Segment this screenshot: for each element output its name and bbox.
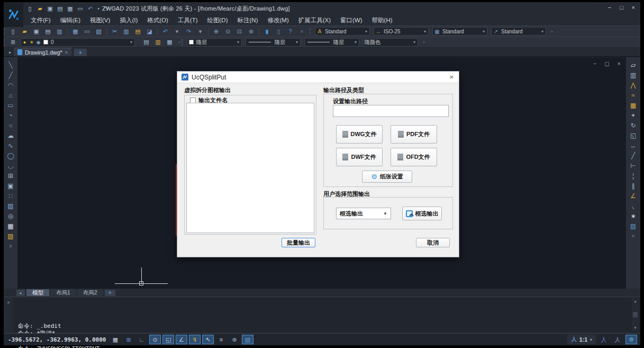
close-icon[interactable]: × [632,4,635,11]
snap-icon[interactable]: ⊞ [123,335,134,344]
scale-icon[interactable]: ◱ [629,131,638,140]
zoom-window-icon[interactable]: ⊡ [235,28,243,35]
command-scrollbar[interactable]: ▴ ▾ [632,298,639,331]
chevron-down-icon[interactable]: ▾ [294,40,300,44]
menu-item[interactable]: 编辑(E) [56,16,85,24]
menu-item[interactable]: 窗口(W) [335,16,367,24]
dwf-file-button[interactable]: DWF文件 [336,148,383,166]
output-path-input[interactable] [333,105,449,117]
extend-icon[interactable]: ⊢ [629,162,638,170]
revision-cloud-icon[interactable]: ☁ [6,131,15,140]
match-properties-icon[interactable]: ▨ [629,222,638,230]
rotate-icon[interactable]: ↻ [629,121,638,130]
toolbar-separator[interactable] [157,28,158,35]
batch-output-button[interactable]: 批量输出 [282,238,315,247]
chevron-down-icon[interactable]: ▾ [539,29,546,34]
line-icon[interactable]: ╲ [6,61,15,69]
help-icon[interactable]: ? [286,28,294,35]
break-icon[interactable]: ∥ [629,182,638,190]
workspace-icon[interactable]: ▧ [242,335,253,344]
menu-item[interactable]: 扩展工具(X) [294,16,335,24]
plot-preview-icon[interactable]: ▭ [83,28,91,35]
open-icon[interactable]: ▰ [36,5,44,13]
cut-icon[interactable]: ✂ [111,28,119,35]
layout-up-icon[interactable]: ▴ [16,290,25,296]
region-icon[interactable]: ◎ [6,212,15,220]
dyn-icon[interactable]: ↯ [189,335,201,344]
menu-item[interactable]: 标注(N) [233,16,263,24]
undo-icon[interactable]: ↶ [161,28,169,35]
ellipse-icon[interactable]: ◯ [6,151,15,160]
polyline-icon[interactable]: ╱ [6,71,15,79]
toolbar-close-icon[interactable]: × [298,28,306,35]
erase-icon[interactable]: ▱ [629,61,638,69]
rectangle-icon[interactable]: ▭ [6,101,15,110]
toolbar-close-icon[interactable]: × [177,38,182,46]
chevron-down-icon[interactable]: ▾ [363,29,369,34]
document-tab[interactable]: Drawing1.dwg* × [14,48,71,56]
annotation-visibility-icon[interactable]: 人 [598,335,610,344]
menu-item[interactable]: 帮助(H) [367,16,397,24]
point-icon[interactable]: ∷ [6,192,15,200]
settings-gear-icon[interactable]: ⚙ [625,335,637,344]
menu-item[interactable]: 工具(T) [173,16,203,24]
color-combo[interactable]: 随层 ▾ [187,38,242,47]
lineweight-combo[interactable]: 随层 ▾ [304,38,359,47]
offset-icon[interactable]: ≈ [629,91,638,100]
annotation-scale-control[interactable]: 人 1:1 ▾ [567,335,596,344]
layer-previous-icon[interactable]: ▤ [142,38,150,46]
toolbar-close-icon[interactable]: × [629,232,638,240]
chevron-down-icon[interactable]: ▾ [480,29,487,34]
chevron-down-icon[interactable]: ▾ [352,40,359,44]
linetype-combo[interactable]: 随层 ▾ [246,38,301,47]
filename-listbox[interactable] [186,103,314,233]
sheet-set-icon[interactable]: ▥ [56,28,64,35]
tab-model[interactable]: 模型 [26,289,49,296]
toolbar-close-icon[interactable]: × [550,28,554,35]
ellipse-arc-icon[interactable]: ◡ [6,162,15,170]
mleader-style-combo[interactable]: ↗ Standard ▾ [491,27,546,35]
toolbar-separator[interactable] [259,28,259,35]
array-icon[interactable]: ▦ [629,101,638,110]
dim-style-combo[interactable]: ↔ ISO-25 ▾ [374,27,429,35]
menu-item[interactable]: 文件(F) [26,16,56,24]
copy-icon[interactable]: ▥ [629,71,638,79]
new-tab-button[interactable]: + [74,49,87,56]
redo-dropdown-icon[interactable]: ▾ [196,28,204,35]
chevron-down-icon[interactable]: ▾ [422,29,428,34]
stretch-icon[interactable]: ↔ [629,141,638,150]
plot-preview-icon[interactable]: ▭ [76,5,84,13]
redo-icon[interactable]: ↷ [185,28,193,35]
dialog-title-bar[interactable]: UcQSplitPut [177,72,459,83]
minimize-icon[interactable]: − [607,4,611,11]
layer-combo[interactable]: ● ☀ ◉ 0 ▾ [21,38,135,47]
paste-icon[interactable]: ▤ [134,28,142,35]
plot-icon[interactable]: ▦ [66,5,74,13]
select-cycling-icon[interactable]: ↖ [202,335,214,344]
hatch-icon[interactable]: ▨ [6,202,15,210]
otrack-icon[interactable]: ∠ [176,335,187,344]
quick-properties-icon[interactable]: ⊕ [229,335,240,344]
menu-item[interactable]: 视图(V) [85,16,115,24]
undo-dropdown-icon[interactable]: ▾ [96,5,101,13]
box-select-output-button[interactable]: 框选输出 [402,207,442,220]
publish-icon[interactable]: ▧ [95,28,103,35]
chevron-down-icon[interactable]: ▾ [235,40,241,44]
mdi-minimize-icon[interactable]: − [593,60,596,67]
osnap-icon[interactable]: ◱ [162,335,174,344]
maximize-icon[interactable]: □ [620,4,623,11]
toolbar-separator[interactable] [67,28,68,35]
zoom-object-icon[interactable]: ⊛ [247,28,255,35]
tab-close-icon[interactable]: × [65,50,68,55]
paper-settings-button[interactable]: ⚙ 纸张设置 [362,171,412,183]
pdf-file-button[interactable]: PDF文件 [391,125,437,144]
plot-style-combo[interactable]: 随颜色 ▾ [363,38,418,47]
arc-segment-icon[interactable]: ◔ [6,111,15,120]
open-icon[interactable]: ▰ [21,28,29,35]
pan-icon[interactable]: ⊕ [212,28,220,35]
ortho-icon[interactable]: ∟ [136,335,148,344]
zoom-realtime-icon[interactable]: ⊙ [224,28,232,35]
polar-icon[interactable]: ⊙ [149,335,161,344]
undo-dropdown-icon[interactable]: ▾ [173,28,181,35]
new-icon[interactable]: ▯ [26,5,34,13]
